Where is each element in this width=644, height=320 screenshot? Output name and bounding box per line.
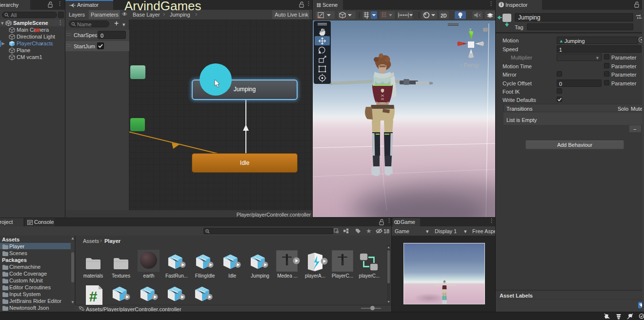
svg-text:2D: 2D — [441, 13, 447, 19]
svg-text:x: x — [454, 42, 456, 46]
svg-text:Y: Y — [366, 16, 368, 20]
svg-text:y: y — [469, 27, 471, 31]
